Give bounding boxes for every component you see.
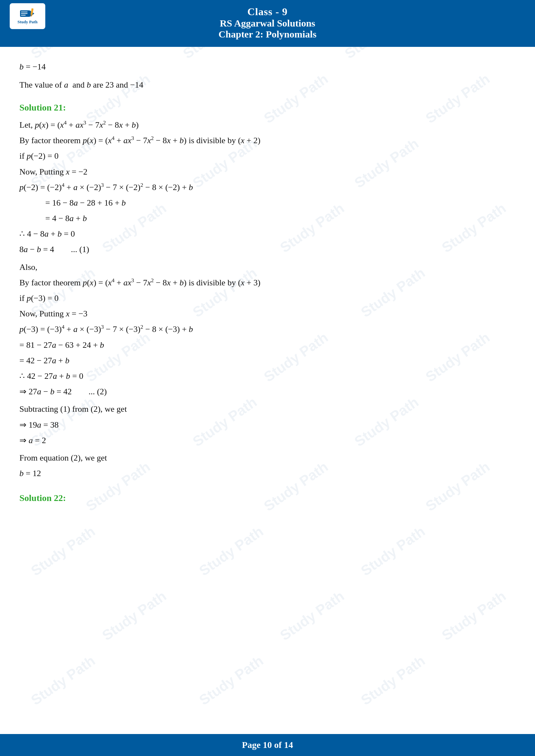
solution21-heading: Solution 21: <box>19 100 516 115</box>
content-area: b = −14 The value of a and b are 23 and … <box>0 47 535 734</box>
sol21-subtracting: Subtracting (1) from (2), we get <box>19 402 516 416</box>
sol21-let: Let, p(x) = (x4 + ax3 − 7x2 − 8x + b) <box>19 118 516 132</box>
sol21-b-value: b = 12 <box>19 466 516 481</box>
sol21-putting-x-neg2: Now, Putting x = −2 <box>19 165 516 179</box>
sol21-step2: = 4 − 8a + b <box>45 211 516 226</box>
header-class: Class - 9 <box>7 6 528 18</box>
logo: Study Path <box>10 3 45 29</box>
sol21-p-neg2-expand: p(−2) = (−2)4 + a × (−2)3 − 7 × (−2)2 − … <box>19 180 516 195</box>
opening-b-value: b = −14 <box>19 60 516 74</box>
logo-text: Study Path <box>17 20 38 24</box>
sol21-putting-x-neg3: Now, Putting x = −3 <box>19 307 516 321</box>
sol21-step1: = 16 − 8a − 28 + 16 + b <box>45 196 516 210</box>
sol21-eq2: ⇒ 27a − b = 42 ... (2) <box>19 385 516 399</box>
sol21-p-neg3-expand: p(−3) = (−3)4 + a × (−3)3 − 7 × (−3)2 − … <box>19 322 516 337</box>
sol21-also: Also, <box>19 260 516 274</box>
sol21-factor-thm1: By factor theorem p(x) = (x4 + ax3 − 7x2… <box>19 133 516 148</box>
sol21-from-eq2: From equation (2), we get <box>19 451 516 465</box>
sol21-19a38: ⇒ 19a = 38 <box>19 418 516 432</box>
sol21-neg3-step1: = 81 − 27a − 63 + 24 + b <box>19 338 516 352</box>
header-chapter: Chapter 2: Polynomials <box>7 29 528 40</box>
value-statement: The value of a and b are 23 and −14 <box>19 78 516 92</box>
sol21-therefore1: ∴ 4 − 8a + b = 0 <box>19 227 516 241</box>
page: Study Path Study Path Study Path Study P… <box>0 0 535 756</box>
page-footer: Page 10 of 14 <box>0 734 535 756</box>
svg-rect-4 <box>21 15 26 15</box>
svg-rect-2 <box>21 12 27 12</box>
header-book: RS Aggarwal Solutions <box>7 18 528 29</box>
sol21-a-value: ⇒ a = 2 <box>19 433 516 448</box>
sol21-if-p-neg3: if p(−3) = 0 <box>19 291 516 306</box>
sol21-factor-thm2: By factor theorem p(x) = (x4 + ax3 − 7x2… <box>19 276 516 290</box>
sol21-therefore2: ∴ 42 − 27a + b = 0 <box>19 369 516 383</box>
sol21-if-p-neg2: if p(−2) = 0 <box>19 149 516 163</box>
sol21-neg3-step2: = 42 − 27a + b <box>19 354 516 368</box>
svg-rect-3 <box>21 13 27 14</box>
page-number: Page 10 of 14 <box>242 740 293 750</box>
solution22-heading: Solution 22: <box>19 490 516 506</box>
logo-icon <box>19 8 36 19</box>
page-header: Study Path Class - 9 RS Aggarwal Solutio… <box>0 0 535 47</box>
sol21-eq1: 8a − b = 4 ... (1) <box>19 242 516 256</box>
